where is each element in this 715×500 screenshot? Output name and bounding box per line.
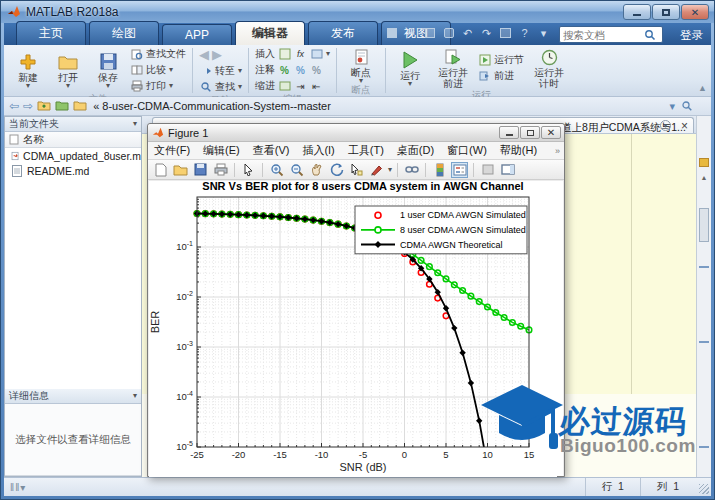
status-bar: ‖‖▾ 行 1 列 1 xyxy=(4,477,711,496)
details-menu-icon[interactable]: ▾ xyxy=(133,393,137,399)
ribbon-tab-4[interactable]: 发布 xyxy=(308,21,378,45)
details-panel: 详细信息▾ 选择文件以查看详细信息 xyxy=(5,389,141,476)
addressbar-dropdown-icon[interactable]: ▾ xyxy=(669,100,675,113)
run-section-icon xyxy=(478,54,491,66)
run-time-button[interactable]: 运行并 计时 xyxy=(528,47,570,89)
ribbon-group-edit: 插入 fx ▾ 注释 % % % 缩进 xyxy=(249,45,336,96)
status-row-indicator: 行 1 xyxy=(585,478,640,496)
x-tick-label: -20 xyxy=(232,449,246,460)
ribbon-tab-0[interactable]: 主页 xyxy=(16,21,86,45)
colorbar-icon[interactable] xyxy=(431,162,448,178)
figure-menu-2[interactable]: 查看(V) xyxy=(253,143,290,158)
nav-back-icon[interactable]: ⇦ xyxy=(9,99,19,113)
search-input[interactable] xyxy=(560,29,644,41)
ribbon-tab-1[interactable]: 绘图 xyxy=(89,21,159,45)
open-button[interactable]: 打开▾ xyxy=(50,52,86,89)
close-button[interactable]: ✕ xyxy=(681,4,709,20)
pointer-icon[interactable] xyxy=(240,162,257,178)
run-advance-button[interactable]: 运行并 前进 xyxy=(432,47,474,89)
ribbon-group-breakpoints: 断点▾ 断点 xyxy=(337,45,385,96)
zoom-in-icon[interactable] xyxy=(268,162,285,178)
find-button[interactable]: 查找 ▾ xyxy=(199,80,242,94)
help-icon[interactable]: ? xyxy=(517,26,532,40)
panel-menu-icon[interactable]: ▾ xyxy=(133,121,137,127)
breakpoints-button[interactable]: 断点▾ xyxy=(343,47,379,84)
folder-up-icon[interactable] xyxy=(37,99,51,113)
figure-maximize-button[interactable] xyxy=(520,126,540,139)
goto-button[interactable]: 转至 ▾ xyxy=(199,64,242,78)
cut-icon[interactable]: ✂ xyxy=(403,26,418,40)
figure-minimize-button[interactable] xyxy=(499,126,519,139)
save-icon[interactable] xyxy=(384,26,399,40)
print-figure-icon[interactable] xyxy=(212,162,229,178)
menu-overflow-icon[interactable]: » xyxy=(555,146,560,156)
statusbar-grip-icon[interactable]: ‖‖▾ xyxy=(10,482,26,493)
breakpoints-icon xyxy=(353,47,370,67)
figure-menu-5[interactable]: 桌面(D) xyxy=(397,143,434,158)
figure-menu-0[interactable]: 文件(F) xyxy=(154,143,190,158)
forward-icon[interactable]: ▶ xyxy=(212,47,222,62)
ribbon-tab-3[interactable]: 编辑器 xyxy=(235,21,305,45)
scroll-up-icon[interactable]: ▲ xyxy=(699,174,709,184)
run-section-button[interactable]: 运行节 xyxy=(478,53,524,67)
comment-button[interactable]: 注释 % % % xyxy=(255,63,330,77)
insert-button[interactable]: 插入 fx ▾ xyxy=(255,47,330,61)
data-cursor-icon[interactable] xyxy=(348,162,365,178)
back-icon[interactable]: ◀ xyxy=(199,47,209,62)
name-column-header[interactable]: 名称 xyxy=(5,132,141,148)
addressbar-search-icon[interactable] xyxy=(681,100,693,112)
open-folder-icon xyxy=(58,52,78,72)
brush-dropdown-icon[interactable]: ▾ xyxy=(388,167,392,173)
pan-icon[interactable] xyxy=(308,162,325,178)
figure-menu-3[interactable]: 插入(I) xyxy=(302,143,334,158)
redo-icon[interactable]: ↷ xyxy=(479,26,494,40)
undo-icon[interactable]: ↶ xyxy=(460,26,475,40)
save-button[interactable]: 保存▾ xyxy=(90,52,126,89)
plottools-hide-icon[interactable] xyxy=(479,162,496,178)
document-map-marker xyxy=(699,158,709,167)
compare-button[interactable]: 比较 ▾ xyxy=(130,63,186,77)
run-button[interactable]: 运行▾ xyxy=(392,50,428,87)
tab-dropdown-icon[interactable]: ▾ xyxy=(660,120,671,131)
zoom-out-icon[interactable] xyxy=(288,162,305,178)
figure-close-button[interactable]: ✕ xyxy=(541,126,561,139)
plottools-show-icon[interactable] xyxy=(499,162,516,178)
figure-menu-6[interactable]: 窗口(W) xyxy=(447,143,487,158)
ribbon-tab-2[interactable]: APP xyxy=(162,24,232,45)
indent-button[interactable]: 缩进 ⇥ ⇤ xyxy=(255,79,330,93)
link-plots-icon[interactable] xyxy=(403,162,420,178)
quick-toolbar-dropdown-icon[interactable]: ▾ xyxy=(536,26,551,40)
resize-grip[interactable] xyxy=(699,484,709,494)
open-file-icon[interactable] xyxy=(172,162,189,178)
figure-title-bar[interactable]: Figure 1 ✕ xyxy=(148,124,564,142)
search-icon[interactable] xyxy=(644,29,656,41)
figure-menu-1[interactable]: 编辑(E) xyxy=(203,143,240,158)
find-files-button[interactable]: 查找文件 xyxy=(130,47,186,61)
breadcrumb[interactable]: « 8-user-CDMA-Communication-System--mast… xyxy=(93,100,331,112)
print-button[interactable]: 打印 ▾ xyxy=(130,79,186,93)
legend-toggle-icon[interactable] xyxy=(451,162,468,178)
save-figure-icon[interactable] xyxy=(192,162,209,178)
copy-icon[interactable] xyxy=(422,26,437,40)
figure-menu-7[interactable]: 帮助(H) xyxy=(500,143,537,158)
file-row[interactable]: README.md xyxy=(5,163,141,178)
brush-icon[interactable] xyxy=(368,162,385,178)
new-figure-icon[interactable] xyxy=(152,162,169,178)
maximize-button[interactable] xyxy=(652,4,680,20)
watermark-domain: Biguo100.com xyxy=(560,435,696,457)
scrollbar-thumb[interactable] xyxy=(699,208,709,242)
switch-window-icon[interactable] xyxy=(498,26,513,40)
rotate-3d-icon[interactable] xyxy=(328,162,345,178)
figure-menu-4[interactable]: 工具(T) xyxy=(348,143,384,158)
file-icon xyxy=(11,165,23,177)
tab-close-icon[interactable]: × xyxy=(681,119,688,133)
minimize-button[interactable] xyxy=(623,4,651,20)
nav-forward-icon[interactable]: ⇨ xyxy=(23,99,33,113)
collapse-ribbon-icon[interactable]: ▲ xyxy=(698,83,707,93)
advance-button[interactable]: 前进 xyxy=(478,69,524,83)
new-button[interactable]: 新建▾ xyxy=(10,52,46,89)
browse-folder-icon[interactable] xyxy=(55,99,69,113)
login-link[interactable]: 登录 xyxy=(680,28,703,43)
file-row[interactable]: CDMA_updated_8user.m xyxy=(5,148,141,163)
paste-icon[interactable] xyxy=(441,26,456,40)
